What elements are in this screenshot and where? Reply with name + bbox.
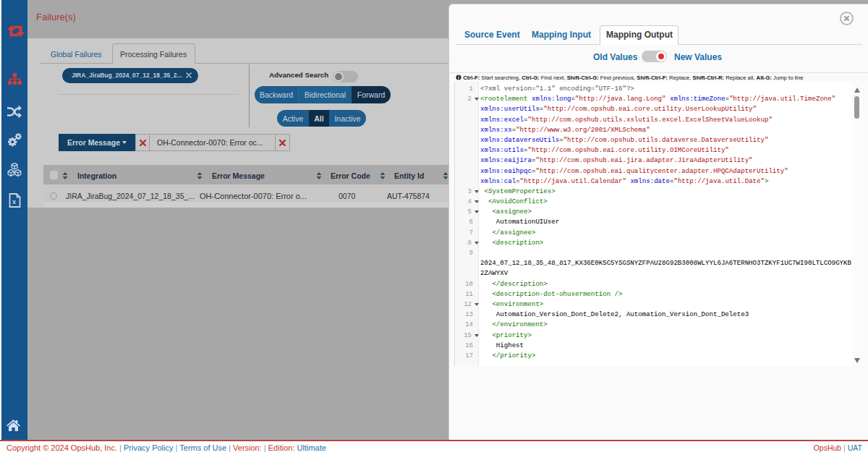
svg-text:x: x <box>12 198 16 205</box>
